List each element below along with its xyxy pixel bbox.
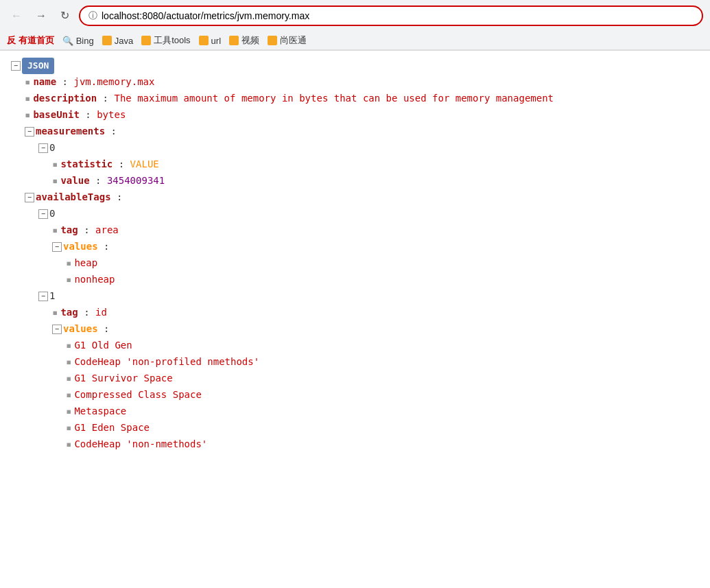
tree-dot: ▪ [52,305,58,321]
folder-icon [199,36,209,45]
tag1-val-2: ▪ G1 Survivor Space [11,371,699,387]
value-label: value [60,173,89,189]
value-row: ▪ value : 3454009341 [11,173,699,189]
tree-dot: ▪ [25,107,30,124]
json-badge[interactable]: JSON [22,58,54,74]
tag1-val-6: ▪ CodeHeap 'non-nmethods' [11,436,699,453]
back-button[interactable]: ← [7,8,26,24]
shangyitong-bookmark[interactable]: 尚医通 [268,34,307,47]
tree-dot: ▪ [52,156,58,173]
folder-icon [141,36,151,45]
java-bookmark[interactable]: Java [102,36,133,46]
folder-icon [102,36,112,45]
address-base: localhost:8080/actuator/metrics/ [102,10,237,21]
tree-dot: ▪ [66,272,71,288]
g1-survivor-space-value: G1 Survivor Space [74,371,172,387]
name-row: ▪ name : jvm.memory.max [11,74,699,91]
tag1-val-1: ▪ CodeHeap 'non-profiled nmethods' [11,354,699,371]
url-bookmark[interactable]: url [199,36,221,46]
statistic-value: VALUE [130,156,159,173]
tag1-val-3: ▪ Compressed Class Space [11,387,699,403]
tree-dot: ▪ [25,91,30,107]
tag0-toggle[interactable]: − [38,209,48,219]
root-row: − JSON [11,58,699,74]
tree-dot: ▪ [52,222,58,239]
tag0-val-heap: ▪ heap [11,255,699,272]
tag0-values-label: values [63,239,98,255]
name-value: jvm.memory.max [73,74,154,91]
tree-dot: ▪ [52,173,58,189]
bing-bookmark[interactable]: 🔍 Bing [62,36,94,46]
tools-bookmark[interactable]: 工具tools [141,34,190,47]
tree-dot: ▪ [66,436,71,453]
tag1-tag-value: id [95,305,107,321]
availabletags-row: − availableTags : [11,189,699,206]
tag1-values-row: − values : [11,321,699,338]
forward-button[interactable]: → [32,8,51,24]
tag0-values-toggle[interactable]: − [52,242,62,252]
availabletags-toggle[interactable]: − [25,193,34,202]
measurements-0-toggle[interactable]: − [38,143,48,153]
compressed-class-space-value: Compressed Class Space [74,387,201,403]
measurements-toggle[interactable]: − [25,127,34,137]
description-row: ▪ description : The maximum amount of me… [11,91,699,107]
security-icon: ⓘ [88,10,97,22]
tag1-val-4: ▪ Metaspace [11,403,699,420]
statistic-label: statistic [60,156,113,173]
codeheap-nonmethods-value: CodeHeap 'non-nmethods' [74,436,207,453]
tree-dot: ▪ [66,255,71,272]
nav-bar: ← → ↻ ⓘ localhost:8080/actuator/metrics/… [0,0,710,32]
tag0-values-row: − values : [11,239,699,255]
g1-eden-space-value: G1 Eden Space [74,420,150,436]
nonheap-value: nonheap [74,272,115,288]
tree-dot: ▪ [66,371,71,387]
measurements-0-index: 0 [49,140,55,156]
baseunit-value: bytes [97,107,126,124]
tree-dot: ▪ [66,387,71,403]
baseunit-row: ▪ baseUnit : bytes [11,107,699,124]
refresh-button[interactable]: ↻ [56,8,73,24]
tree-dot: ▪ [66,354,71,371]
tag1-row: − 1 [11,288,699,305]
tag1-tag-row: ▪ tag : id [11,305,699,321]
tag0-val-nonheap: ▪ nonheap [11,272,699,288]
tag0-tag-value: area [95,222,119,239]
tree-dot: ▪ [66,420,71,436]
metaspace-value: Metaspace [74,403,126,420]
search-icon: 🔍 [62,36,73,46]
folder-icon [268,36,277,45]
description-value: The maximum amount of memory in bytes th… [114,91,554,107]
tree-dot: ▪ [66,338,71,354]
youdao-bookmark[interactable]: 反 有道首页 [7,34,54,47]
tag1-values-label: values [63,321,98,338]
browser-chrome: ← → ↻ ⓘ localhost:8080/actuator/metrics/… [0,0,710,51]
value-number: 3454009341 [107,173,165,189]
tag1-index: 1 [49,288,55,305]
g1-old-gen-value: G1 Old Gen [74,338,132,354]
tree-dot: ▪ [25,74,30,91]
baseunit-label: baseUnit [33,107,79,124]
address-text: localhost:8080/actuator/metrics/jvm.memo… [102,10,694,21]
measurements-0-row: − 0 [11,140,699,156]
tree-dot: ▪ [66,403,71,420]
address-bar[interactable]: ⓘ localhost:8080/actuator/metrics/jvm.me… [79,5,703,26]
root-toggle[interactable]: − [11,61,21,71]
tag0-index: 0 [49,206,55,222]
tag1-val-5: ▪ G1 Eden Space [11,420,699,436]
measurements-row: − measurements : [11,124,699,140]
json-viewer: − JSON ▪ name : jvm.memory.max ▪ descrip… [0,51,710,460]
heap-value: heap [74,255,97,272]
bookmarks-bar: 反 有道首页 🔍 Bing Java 工具tools url 视频 尚医通 [0,32,710,50]
tag0-row: − 0 [11,206,699,222]
statistic-row: ▪ statistic : VALUE [11,156,699,173]
video-bookmark[interactable]: 视频 [229,34,259,47]
tag1-toggle[interactable]: − [38,292,48,301]
availabletags-label: availableTags [36,189,111,206]
tag1-values-toggle[interactable]: − [52,325,62,334]
description-label: description [33,91,97,107]
tag0-tag-row: ▪ tag : area [11,222,699,239]
folder-icon [229,36,239,45]
codeheap-nonprofiled-value: CodeHeap 'non-profiled nmethods' [74,354,259,371]
measurements-label: measurements [36,124,105,140]
tag1-tag-label: tag [60,305,78,321]
